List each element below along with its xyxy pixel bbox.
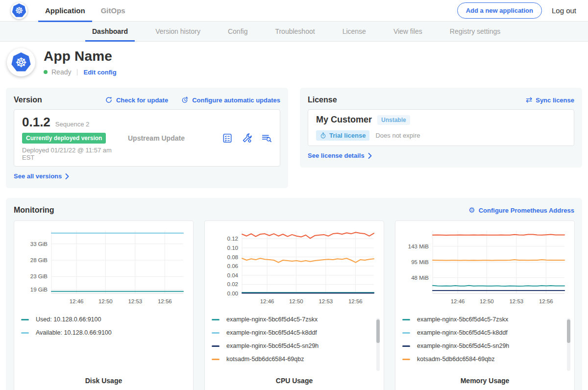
kubernetes-heptagon: ☸ [12,3,26,18]
kubernetes-heptagon: ☸ [11,52,31,72]
subtab-version-history[interactable]: Version history [148,22,207,41]
legend-color-dash [212,332,220,334]
svg-text:48 MiB: 48 MiB [411,275,429,281]
version-sequence: Sequence 2 [55,121,89,128]
license-expiry: Does not expire [375,132,420,139]
legend-item: Available: 10.128.0.66:9100 [21,329,186,336]
edit-config-link[interactable]: Edit config [83,69,116,76]
legend-item: kotsadm-5db6dc6584-69qbz [402,356,567,363]
divider [77,69,77,75]
legend-item: kotsadm-5db6dc6584-69qbz [212,356,377,363]
legend-color-dash [402,359,410,360]
deployed-status-badge: Currently deployed version [22,133,106,144]
chevron-right-icon [65,173,69,179]
svg-text:0.12: 0.12 [227,236,238,242]
svg-text:12:56: 12:56 [539,298,553,304]
chart-title: CPU Usage [212,377,377,385]
svg-text:0.02: 0.02 [227,281,238,287]
legend-label: example-nginx-5bc6f5d4c5-7zskx [417,316,508,323]
legend-color-dash [212,345,220,347]
deployed-timestamp: Deployed 01/21/22 @ 11:57 am EST [22,146,118,161]
see-license-details-link[interactable]: See license details [308,152,372,159]
legend-color-dash [402,345,410,347]
legend-label: example-nginx-5bc6f5d4c5-k8ddf [417,329,508,336]
schedule-update-icon [181,96,189,104]
sync-license-link[interactable]: ⇄ Sync license [526,96,574,104]
svg-text:143 MiB: 143 MiB [408,244,429,249]
disk-usage-chart-card: 12:4612:5012:5312:5633 GiB28 GiB23 GiB19… [14,220,194,390]
legend-scrollbar-thumb[interactable] [567,319,570,343]
subtab-config[interactable]: Config [221,22,254,41]
add-new-application-button[interactable]: Add a new application [457,2,542,19]
see-all-versions-link[interactable]: See all versions [14,172,69,180]
status-label: Ready [51,68,71,76]
check-for-update-link[interactable]: Check for update [105,96,168,104]
release-notes-search-icon[interactable] [261,133,272,144]
legend-label: example-nginx-5bc6f5d4c5-k8ddf [226,329,317,336]
svg-text:0.10: 0.10 [227,245,238,251]
helm-wheel-icon: ☸ [15,6,23,15]
sync-arrows-icon: ⇄ [526,96,532,104]
legend-color-dash [212,319,220,320]
kubernetes-logo: ☸ [11,2,27,19]
svg-text:19 GiB: 19 GiB [30,287,48,292]
svg-text:23 GiB: 23 GiB [30,273,48,279]
legend-item: example-nginx-5bc6f5d4c5-k8ddf [212,329,377,336]
legend-item: example-nginx-5bc6f5d4c5-k8ddf [402,329,567,336]
legend-item: example-nginx-5bc6f5d4c5-sn29h [402,342,567,349]
memory-usage-chart-card: 12:4612:5012:5312:56143 MiB95 MiB48 MiB … [395,220,575,390]
tab-application-label: Application [45,6,85,15]
svg-text:12:53: 12:53 [318,298,333,304]
cpu-usage-chart-card: 12:4612:5012:5312:560.120.100.080.060.04… [204,220,384,390]
legend-item: example-nginx-5bc6f5d4c5-7zskx [212,316,377,323]
subtab-view-files[interactable]: View files [387,22,429,41]
top-nav: ☸ Application GitOps Add a new applicati… [0,0,588,22]
legend-label: Used: 10.128.0.66:9100 [36,316,101,323]
subtab-license[interactable]: License [336,22,373,41]
legend-label: kotsadm-5db6dc6584-69qbz [226,356,304,363]
svg-text:0.04: 0.04 [227,272,239,278]
tab-gitops[interactable]: GitOps [94,0,132,22]
tab-application[interactable]: Application [38,0,92,22]
svg-text:12:50: 12:50 [480,298,494,304]
legend-scrollbar [567,318,570,371]
svg-text:12:53: 12:53 [509,298,523,304]
app-logo: ☸ [7,48,35,76]
helm-wheel-icon: ☸ [15,56,27,69]
disk-usage-chart: 12:4612:5012:5312:5633 GiB28 GiB23 GiB19… [21,227,186,311]
legend-item: Used: 10.128.0.66:9100 [21,316,186,323]
tab-gitops-label: GitOps [101,6,125,15]
chart-title: Disk Usage [21,377,186,385]
legend-item: example-nginx-5bc6f5d4c5-7zskx [402,316,567,323]
subtab-dashboard[interactable]: Dashboard [85,22,135,41]
legend-label: example-nginx-5bc6f5d4c5-7zskx [226,316,318,323]
configure-prometheus-link[interactable]: ⚙ Configure Prometheus Address [468,207,574,214]
cpu-usage-chart: 12:4612:5012:5312:560.120.100.080.060.04… [212,227,377,311]
refresh-icon [105,96,113,104]
chart-title: Memory Usage [402,377,567,385]
app-sub-nav: Dashboard Version history Config Trouble… [0,22,588,42]
legend-color-dash [21,332,29,334]
version-source-label: Upstream Update [128,134,185,142]
subtab-troubleshoot[interactable]: Troubleshoot [268,22,321,41]
version-card: Version Check for update Configure autom… [6,88,288,188]
legend-scrollbar-thumb[interactable] [376,319,380,343]
svg-text:12:56: 12:56 [158,298,172,304]
svg-text:12:50: 12:50 [289,298,303,304]
svg-text:12:56: 12:56 [348,298,363,304]
svg-text:0.00: 0.00 [227,291,238,296]
license-card-title: License [308,96,337,104]
cpu-usage-legend: example-nginx-5bc6f5d4c5-7zskxexample-ng… [212,316,377,363]
subtab-registry-settings[interactable]: Registry settings [443,22,507,41]
preflight-checks-icon[interactable] [222,133,233,144]
edit-config-wrench-icon[interactable] [242,133,252,144]
channel-badge: Unstable [377,115,410,125]
configure-automatic-updates-link[interactable]: Configure automatic updates [181,96,280,104]
svg-text:0.08: 0.08 [227,254,238,260]
monitoring-title: Monitoring [14,206,54,215]
svg-text:28 GiB: 28 GiB [30,257,48,263]
svg-text:12:53: 12:53 [128,298,142,304]
version-number: 0.1.2 [22,115,50,130]
legend-label: Available: 10.128.0.66:9100 [36,329,112,336]
logout-link[interactable]: Log out [552,6,576,15]
